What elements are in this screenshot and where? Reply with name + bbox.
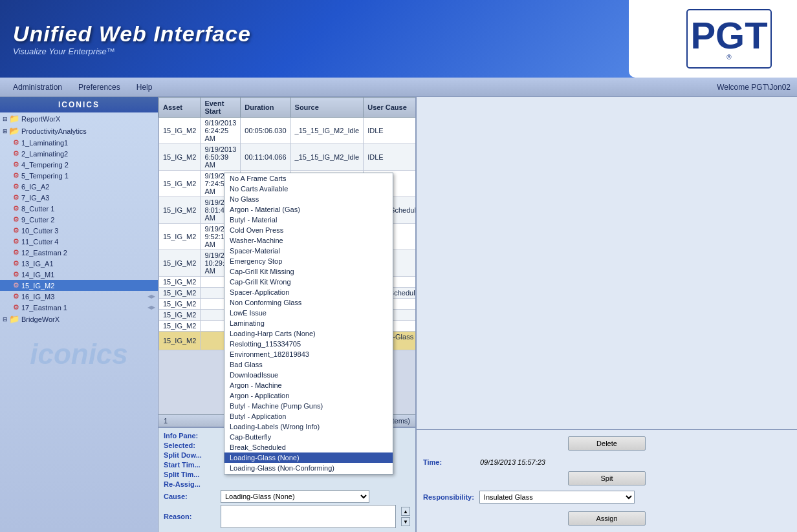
sidebar-item-laminating1[interactable]: ⚙ 1_Laminating1 <box>0 137 158 148</box>
sidebar-label-ig-a2: 6_IG_A2 <box>21 183 49 191</box>
split-button[interactable]: Spit <box>568 471 646 485</box>
sidebar-label-cutter4: 11_Cutter 4 <box>21 238 58 246</box>
dropdown-item[interactable]: Argon - Machine <box>224 380 393 390</box>
dropdown-item[interactable]: Butyl - Material <box>224 215 393 225</box>
sidebar-label-reportworx: ReportWorX <box>21 115 60 123</box>
sidebar-label-eastman2: 12_Eastman 2 <box>21 249 67 257</box>
sidebar-label-laminating2: 2_Laminating2 <box>21 150 68 158</box>
sidebar-label-ig-m2: 15_IG_M2 <box>21 282 54 290</box>
dropdown-item[interactable]: No A Frame Carts <box>224 173 393 184</box>
sidebar-item-ig-a1[interactable]: ⚙ 13_IG_A1 <box>0 258 158 269</box>
dropdown-item[interactable]: Cap-Grill Kit Missing <box>224 266 393 277</box>
dropdown-item[interactable]: Argon - Material (Gas) <box>224 204 393 215</box>
col-asset: Asset <box>159 98 201 118</box>
split-time-label: Split Tim... <box>164 471 215 478</box>
sidebar-label-cutter1: 8_Cutter 1 <box>21 205 54 213</box>
dropdown-item[interactable]: Emergency Stop <box>224 256 393 266</box>
sidebar-item-laminating2[interactable]: ⚙ 2_Laminating2 <box>0 148 158 159</box>
sidebar-label-laminating1: 1_Laminating1 <box>21 139 68 147</box>
sidebar-item-productivityanalytics[interactable]: ⊞ 📂 ProductivityAnalytics <box>0 125 158 137</box>
dropdown-item[interactable]: Butyl - Machine (Pump Guns) <box>224 401 393 411</box>
sidebar-item-ig-a3[interactable]: ⚙ 7_IG_A3 <box>0 192 158 203</box>
dropdown-item[interactable]: Reslotting_115334705 <box>224 339 393 349</box>
dropdown-item[interactable]: No Glass <box>224 194 393 204</box>
sidebar-label-eastman1: 17_Eastman 1 <box>21 304 67 312</box>
cause-dropdown[interactable]: No A Frame CartsNo Carts AvailableNo Gla… <box>224 173 393 474</box>
dropdown-item[interactable]: Butyl - Application <box>224 411 393 421</box>
sidebar-item-ig-m1[interactable]: ⚙ 14_IG_M1 <box>0 269 158 280</box>
cause-select[interactable]: Loading-Glass (None) <box>221 490 369 503</box>
table-row[interactable]: 15_IG_M29/19/2013 6:50:39 AM00:11:04.066… <box>159 144 416 171</box>
dropdown-item[interactable]: LowE Issue <box>224 308 393 318</box>
textarea-scroll-up[interactable]: ▲ <box>401 507 410 516</box>
dropdown-item[interactable]: No Carts Available <box>224 184 393 194</box>
responsibility-select[interactable]: Insulated Glass <box>479 491 635 504</box>
sidebar-item-tempering1[interactable]: ⚙ 5_Tempering 1 <box>0 170 158 181</box>
time-value: 09/19/2013 15:57:23 <box>480 458 545 466</box>
sidebar-item-ig-m3[interactable]: ⚙ 16_IG_M3 ◀▶ <box>0 291 158 302</box>
start-time-label: Start Tim... <box>164 461 215 469</box>
table-row[interactable]: 15_IG_M29/19/2013 6:24:25 AM00:05:06.030… <box>159 118 416 144</box>
sidebar-label-productivityanalytics: ProductivityAnalytics <box>21 127 87 135</box>
col-duration: Duration <box>241 98 290 118</box>
sidebar-item-ig-m2[interactable]: ⚙ 15_IG_M2 <box>0 280 158 291</box>
dropdown-scroll[interactable]: No A Frame CartsNo Carts AvailableNo Gla… <box>224 173 393 474</box>
col-user-cause: User Cause <box>364 98 415 118</box>
svg-text:®: ® <box>726 54 732 61</box>
sidebar-item-reportworx[interactable]: ⊟ 📁 ReportWorX <box>0 112 158 125</box>
dropdown-item-selected[interactable]: Loading-Glass (None) <box>224 452 393 463</box>
sidebar-item-eastman1[interactable]: ⚙ 17_Eastman 1 ◀▶ <box>0 302 158 313</box>
header: Unified Web Interface Visualize Your Ent… <box>0 0 797 78</box>
svg-text:PGT: PGT <box>690 14 767 56</box>
dropdown-item[interactable]: Loading-Labels (Wrong Info) <box>224 421 393 432</box>
dropdown-item[interactable]: Argon - Application <box>224 390 393 401</box>
dropdown-item[interactable]: Cold Oven Press <box>224 225 393 235</box>
textarea-scroll-down[interactable]: ▼ <box>401 517 410 526</box>
sidebar-item-cutter2[interactable]: ⚙ 9_Cutter 2 <box>0 214 158 225</box>
sidebar-item-ig-a2[interactable]: ⚙ 6_IG_A2 <box>0 181 158 192</box>
delete-button[interactable]: Delete <box>568 436 646 451</box>
nav-help[interactable]: Help <box>130 80 159 94</box>
dropdown-item[interactable]: Environment_182819843 <box>224 349 393 359</box>
sidebar-title: ICONICS <box>0 97 158 112</box>
dropdown-item[interactable]: Laminating <box>224 318 393 328</box>
nav-administration[interactable]: Administration <box>6 80 69 94</box>
sidebar-item-tempering2[interactable]: ⚙ 4_Tempering 2 <box>0 159 158 170</box>
col-source: Source <box>290 98 364 118</box>
dropdown-item[interactable]: DownloadIssue <box>224 370 393 380</box>
dropdown-item[interactable]: Offload-AFrame Carts (None) <box>224 473 393 474</box>
sidebar-item-cutter1[interactable]: ⚙ 8_Cutter 1 <box>0 203 158 214</box>
sidebar-label-tempering1: 5_Tempering 1 <box>21 172 69 180</box>
pgt-logo: PGT ® <box>648 6 778 71</box>
dropdown-item[interactable]: Loading-Harp Carts (None) <box>224 328 393 339</box>
iconics-watermark: iconics <box>0 332 158 377</box>
sidebar-item-cutter3[interactable]: ⚙ 10_Cutter 3 <box>0 225 158 236</box>
dropdown-item[interactable]: Bad Glass <box>224 359 393 370</box>
sidebar-label-ig-m3: 16_IG_M3 <box>21 293 54 301</box>
sidebar-item-bridgeworx[interactable]: ⊟ 📁 BridgeWorX <box>0 313 158 325</box>
dropdown-item[interactable]: Cap-Butterfly <box>224 432 393 442</box>
reason-textarea[interactable] <box>221 505 396 528</box>
dropdown-item[interactable]: Non Conforming Glass <box>224 297 393 308</box>
info-pane-label: Info Pane: <box>164 432 198 440</box>
nav-preferences[interactable]: Preferences <box>72 80 127 94</box>
dropdown-item[interactable]: Spacer-Application <box>224 287 393 297</box>
dropdown-item[interactable]: Washer-Machine <box>224 235 393 246</box>
sidebar-label-bridgeworx: BridgeWorX <box>21 315 60 323</box>
dropdown-item[interactable]: Spacer-Material <box>224 246 393 256</box>
sidebar-label-tempering2: 4_Tempering 2 <box>21 161 69 169</box>
assign-button[interactable]: Assign <box>568 511 646 526</box>
sidebar-item-cutter4[interactable]: ⚙ 11_Cutter 4 <box>0 236 158 247</box>
selected-label: Selected: <box>164 442 215 449</box>
sidebar-label-ig-a1: 13_IG_A1 <box>21 260 54 268</box>
header-title-block: Unified Web Interface Visualize Your Ent… <box>13 21 251 56</box>
app-title: Unified Web Interface <box>13 21 251 47</box>
re-assign-label: Re-Assig... <box>164 480 215 488</box>
right-panel-top <box>417 97 797 430</box>
dropdown-item[interactable]: Loading-Glass (Non-Conforming) <box>224 463 393 473</box>
reason-label: Reason: <box>164 513 215 520</box>
sidebar-item-eastman2[interactable]: ⚙ 12_Eastman 2 <box>0 247 158 258</box>
dropdown-item[interactable]: Cap-Grill Kit Wrong <box>224 277 393 287</box>
right-panel: Delete Time: 09/19/2013 15:57:23 Spit Re… <box>415 97 797 532</box>
dropdown-item[interactable]: Break_Scheduled <box>224 442 393 452</box>
